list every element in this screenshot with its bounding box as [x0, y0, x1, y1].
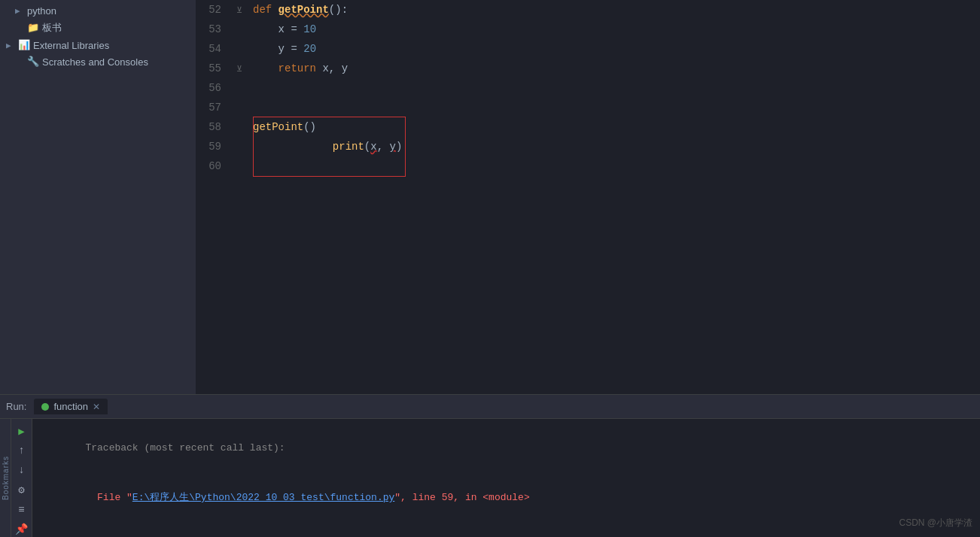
indent-55: [253, 59, 278, 78]
line-num-56: 56: [208, 82, 221, 94]
bottom-panel: Run: function ✕ Bookmarks ▶ ↑ ↓ ⚙ ≡ 📌 Tr…: [0, 394, 980, 537]
arg-y: y: [389, 141, 395, 153]
gutter-60: 60: [196, 156, 227, 176]
fold-55[interactable]: ⊻: [236, 59, 242, 78]
line-num-59: 59: [208, 141, 221, 153]
sidebar-item-python[interactable]: ▶ python: [0, 3, 196, 19]
sidebar-python-label: python: [27, 5, 56, 17]
align-button[interactable]: ≡: [14, 502, 30, 517]
fold-52[interactable]: ⊻: [236, 0, 242, 20]
fn-getpoint: getPoint: [278, 0, 329, 20]
console-section: Bookmarks ▶ ↑ ↓ ⚙ ≡ 📌 Traceback (most re…: [0, 419, 980, 537]
line-num-58: 58: [208, 121, 221, 133]
sidebar-external-label: External Libraries: [33, 40, 109, 51]
console-output: Traceback (most recent call last): File …: [32, 419, 980, 537]
scroll-down-button[interactable]: ↓: [14, 463, 30, 478]
console-line-traceback: Traceback (most recent call last):: [38, 423, 974, 473]
var-y: y: [278, 39, 285, 59]
line-num-57: 57: [208, 102, 221, 114]
pin-button[interactable]: 📌: [14, 522, 30, 537]
code-line-53: x = 10: [253, 20, 980, 39]
gutter-57: 57: [196, 98, 227, 117]
file-label: File ": [85, 492, 132, 503]
line-num-55: 55: [208, 62, 221, 74]
bookmarks-side: Bookmarks: [0, 419, 11, 537]
arrow-icon-3: ▶: [6, 41, 17, 50]
green-dot-icon: [41, 403, 49, 411]
print-paren-open: (: [364, 141, 370, 153]
line-num-53: 53: [208, 23, 221, 35]
run-tab-close[interactable]: ✕: [93, 402, 100, 412]
line-num-60: 60: [208, 160, 221, 172]
arg-x: x: [370, 141, 376, 153]
run-label: Run:: [6, 401, 26, 412]
gutter-55: 55: [196, 59, 227, 78]
gutter-52: 52: [196, 0, 227, 20]
gutter-54: 54: [196, 39, 227, 59]
error-highlight-box: print(x, y): [253, 117, 406, 177]
arrow-icon: ▶: [15, 6, 26, 16]
fold-area: ⊻ ⊻: [233, 0, 245, 394]
code-line-57: [253, 98, 980, 117]
run-tab-name: function: [53, 401, 88, 412]
gutter-56: 56: [196, 78, 227, 98]
line-gutter-area: 52 53 54 55 56 57 58 59 60: [196, 0, 233, 394]
console-line-print: print(x, y): [38, 523, 974, 537]
run-toolbar: ▶ ↑ ↓ ⚙ ≡ 📌: [11, 419, 32, 537]
scroll-up-button[interactable]: ↑: [14, 443, 30, 458]
fn-parens: ():: [329, 0, 348, 20]
settings-button[interactable]: ⚙: [14, 483, 30, 498]
code-line-59: print(x, y): [253, 137, 980, 156]
line-num-54: 54: [208, 43, 221, 55]
return-vals: x, y: [316, 59, 348, 78]
code-line-55: return x, y: [253, 59, 980, 78]
num-10: 10: [303, 20, 316, 39]
file-path[interactable]: E:\程序人生\Python\2022_10_03_test\function.…: [132, 492, 394, 503]
run-tab-function[interactable]: function ✕: [34, 399, 108, 414]
file-line: ", line 59, in <module>: [394, 492, 529, 503]
bookmarks-label: Bookmarks: [2, 456, 10, 500]
eq-54: =: [285, 39, 303, 59]
editor-area: 52 53 54 55 56 57 58 59 60 ⊻ ⊻: [196, 0, 980, 394]
eq-53: =: [285, 20, 303, 39]
gutter-53: 53: [196, 20, 227, 39]
gutter-59: 59: [196, 137, 227, 156]
folder-icon: 📁: [27, 22, 39, 34]
code-editor[interactable]: 52 53 54 55 56 57 58 59 60 ⊻ ⊻: [196, 0, 980, 394]
code-line-54: y = 20: [253, 39, 980, 59]
print-paren-close: ): [396, 141, 402, 153]
fn-print: print: [333, 141, 364, 153]
sidebar-scratches-label: Scratches and Consoles: [42, 56, 148, 68]
keyword-def: def: [253, 0, 278, 20]
sidebar: ▶ python 📁 板书 ▶ 📊 External Libraries 🔧 S…: [0, 0, 196, 394]
gutter-58: 58: [196, 117, 227, 137]
indent-54: [253, 39, 278, 59]
comma-59: ,: [377, 141, 390, 153]
run-button[interactable]: ▶: [14, 423, 30, 438]
lib-icon: 📊: [18, 39, 30, 51]
sidebar-item-scratches[interactable]: 🔧 Scratches and Consoles: [0, 53, 196, 70]
code-lines[interactable]: def getPoint(): x = 10 y = 20 return x, …: [245, 0, 980, 394]
scratch-icon: 🔧: [27, 56, 39, 68]
indent-53: [253, 20, 278, 39]
keyword-return: return: [278, 59, 316, 78]
run-tab-bar: Run: function ✕: [0, 395, 980, 419]
num-20: 20: [303, 39, 316, 59]
code-line-56: [253, 78, 980, 98]
sidebar-item-external-libraries[interactable]: ▶ 📊 External Libraries: [0, 37, 196, 53]
sidebar-item-banbook[interactable]: 📁 板书: [0, 19, 196, 37]
sidebar-banbook-label: 板书: [42, 21, 62, 35]
code-line-52: def getPoint():: [253, 0, 980, 20]
traceback-truncated: Traceback (most recent call last):: [85, 442, 285, 454]
watermark: CSDN @小唐学渣: [899, 514, 972, 531]
var-x: x: [278, 20, 285, 39]
line-num-52: 52: [208, 4, 221, 16]
console-line-file: File "E:\程序人生\Python\2022_10_03_test\fun…: [38, 473, 974, 523]
